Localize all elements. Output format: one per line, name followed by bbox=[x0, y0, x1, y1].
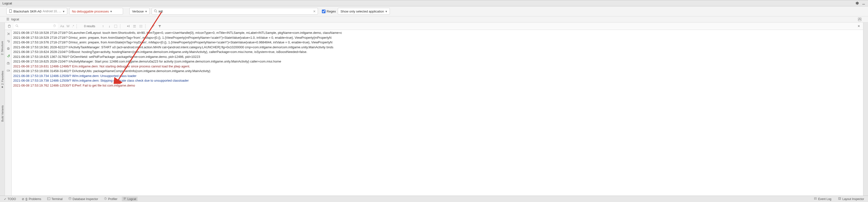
search-input[interactable] bbox=[159, 9, 312, 13]
add-selection-icon[interactable]: +I bbox=[126, 24, 130, 28]
svg-rect-25 bbox=[814, 198, 817, 200]
restart-icon[interactable] bbox=[6, 54, 10, 58]
svg-rect-1 bbox=[9, 9, 12, 12]
results-bar: Aa W .* 0 results ↑ ↓ +I bbox=[5, 23, 863, 30]
log-line: 2021-06-08 17:53:19.734 12486-12509/? W/… bbox=[13, 74, 862, 78]
chevron-down-icon: ▾ bbox=[385, 9, 387, 13]
camera-icon[interactable] bbox=[6, 61, 10, 65]
right-side-gutter bbox=[863, 23, 868, 196]
svg-rect-26 bbox=[839, 198, 841, 200]
deselect-icon[interactable] bbox=[139, 24, 143, 28]
svg-rect-12 bbox=[133, 26, 136, 27]
chevron-down-icon: ▾ bbox=[63, 9, 65, 13]
svg-rect-27 bbox=[839, 198, 840, 199]
tab-label: Database Inspector bbox=[73, 197, 98, 201]
arrow-down-icon[interactable]: ↓ bbox=[107, 24, 111, 28]
log-content[interactable]: 2021-06-08 17:53:19.528 2718-2718/? D/La… bbox=[12, 30, 863, 196]
event-log-icon bbox=[814, 197, 817, 201]
svg-point-7 bbox=[16, 25, 18, 27]
history-icon[interactable] bbox=[53, 24, 56, 28]
svg-rect-0 bbox=[862, 4, 865, 5]
svg-point-19 bbox=[8, 63, 8, 64]
event-log-button[interactable]: Event Log bbox=[812, 197, 833, 201]
sub-toolbar: logcat bbox=[0, 17, 868, 23]
side-tab-build-variants[interactable]: Build Variants bbox=[1, 105, 4, 122]
side-tab-structure[interactable]: 2: Structure bbox=[1, 41, 4, 55]
panel-title: Logcat bbox=[2, 1, 12, 5]
svg-rect-11 bbox=[133, 25, 136, 26]
mini-search[interactable] bbox=[14, 24, 58, 29]
logcat-icon bbox=[123, 197, 126, 201]
tab-terminal[interactable]: Terminal bbox=[46, 197, 64, 201]
results-count: 0 results bbox=[84, 25, 95, 28]
tab-logcat[interactable]: Logcat bbox=[122, 197, 138, 201]
process-label: No debuggable processes bbox=[72, 9, 109, 13]
regex-checkbox-input[interactable] bbox=[322, 9, 326, 13]
scroll-end-icon[interactable] bbox=[6, 32, 10, 36]
tab-todo[interactable]: ✓ TODO bbox=[2, 197, 18, 201]
select-all-icon[interactable] bbox=[132, 24, 136, 28]
process-selector[interactable]: No debuggable processes ▾ bbox=[69, 8, 123, 15]
device-name: Blackshark SKR-A0 bbox=[13, 9, 41, 13]
phone-icon bbox=[9, 9, 12, 14]
warning-icon: ⊘ bbox=[22, 197, 24, 201]
filter-selector[interactable]: Show only selected application ▾ bbox=[338, 8, 390, 15]
terminal-icon bbox=[47, 197, 51, 201]
tab-problems[interactable]: ⊘ 6: Problems bbox=[20, 197, 42, 201]
left-side-tabs: 2: Structure ★ 2: Favorites Build Varian… bbox=[0, 23, 5, 196]
filter-icon[interactable] bbox=[158, 24, 162, 28]
device-selector[interactable]: Blackshark SKR-A0 Android 10, … ▾ bbox=[6, 8, 67, 15]
sort-icon[interactable] bbox=[151, 24, 155, 28]
print-icon[interactable] bbox=[6, 47, 10, 51]
log-line: 2021-06-08 17:53:19.656 31458-31482/? D/… bbox=[13, 69, 862, 74]
regex-checkbox[interactable]: Regex bbox=[322, 9, 336, 13]
svg-rect-4 bbox=[858, 18, 860, 19]
svg-rect-6 bbox=[858, 20, 861, 21]
log-line: 2021-06-08 17:53:19.576 2718-2718/? D/mi… bbox=[13, 40, 862, 45]
trash-icon[interactable] bbox=[7, 24, 11, 28]
database-icon bbox=[68, 197, 71, 201]
search-icon bbox=[154, 9, 157, 14]
list-icon bbox=[6, 18, 9, 21]
svg-rect-13 bbox=[140, 25, 142, 26]
log-level-selector[interactable]: Verbose ▾ bbox=[129, 8, 150, 15]
regex-toggle[interactable]: .* bbox=[72, 24, 74, 28]
tab-label: Logcat bbox=[127, 197, 136, 201]
arrow-up-icon[interactable]: ↑ bbox=[101, 24, 105, 28]
gear-icon[interactable] bbox=[855, 1, 859, 5]
layout-inspector-label: Layout Inspector bbox=[842, 197, 864, 201]
tab-label: 6: Problems bbox=[25, 197, 41, 201]
device-sub: Android 10, … bbox=[42, 9, 61, 13]
log-line: 2021-06-08 17:53:19.625 1367-31760/? D/O… bbox=[13, 54, 862, 59]
expand-icon[interactable] bbox=[114, 24, 118, 28]
side-tab-favorites[interactable]: ★ 2: Favorites bbox=[1, 71, 4, 88]
soft-wrap-icon[interactable] bbox=[6, 39, 10, 43]
close-icon[interactable]: ✕ bbox=[857, 24, 861, 28]
tab-profiler[interactable]: Profiler bbox=[102, 197, 119, 201]
record-icon[interactable] bbox=[6, 69, 10, 73]
minimize-icon[interactable] bbox=[862, 1, 866, 5]
log-line: 2021-06-08 17:53:19.762 12486-12530/? E/… bbox=[13, 83, 862, 88]
svg-rect-5 bbox=[860, 18, 861, 19]
chevron-down-icon: ▾ bbox=[110, 9, 112, 13]
log-line: 2021-06-08 17:53:19.528 2718-2718/? D/La… bbox=[13, 30, 862, 35]
words-toggle[interactable]: W bbox=[66, 24, 69, 28]
layout-inspector-button[interactable]: Layout Inspector bbox=[837, 197, 866, 201]
svg-rect-18 bbox=[7, 62, 9, 64]
sub-tab-label[interactable]: logcat bbox=[11, 18, 19, 21]
svg-rect-22 bbox=[48, 197, 50, 200]
layout-inspector-icon bbox=[838, 197, 841, 201]
filter-label: Show only selected application bbox=[340, 9, 384, 13]
bottom-bar: ✓ TODO ⊘ 6: Problems Terminal Database I… bbox=[0, 196, 868, 202]
layout-icon[interactable] bbox=[858, 18, 862, 21]
search-box[interactable]: ✕ bbox=[152, 8, 318, 15]
log-line: 2021-06-08 17:53:19.631 12486-12486/? E/… bbox=[13, 64, 862, 69]
match-case-toggle[interactable]: Aa bbox=[60, 24, 64, 28]
log-line: 2021-06-08 17:53:19.581 2028-6222/? I/Ac… bbox=[13, 45, 862, 50]
panel-title-bar: Logcat bbox=[0, 0, 868, 6]
clear-search-icon[interactable]: ✕ bbox=[313, 9, 316, 13]
log-line: 2021-06-08 17:53:19.529 2718-2718/? D/mi… bbox=[13, 35, 862, 40]
svg-rect-16 bbox=[8, 48, 9, 48]
tab-label: Terminal bbox=[52, 197, 63, 201]
tab-database-inspector[interactable]: Database Inspector bbox=[67, 197, 99, 201]
